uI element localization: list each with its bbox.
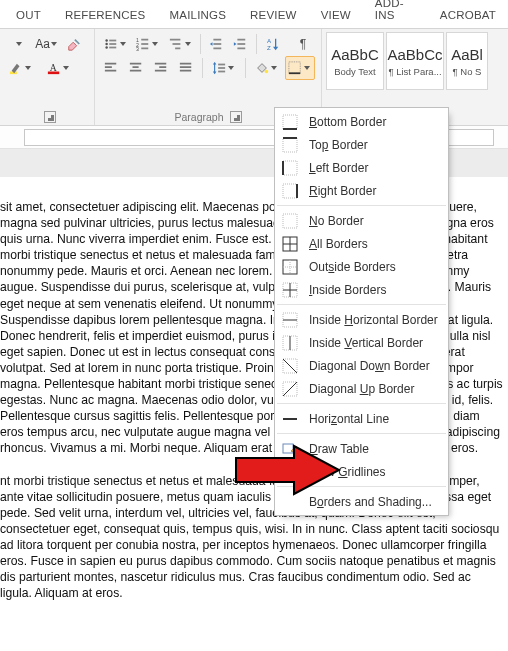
style-no-spacing[interactable]: AaBl ¶ No S [446, 32, 488, 90]
show-hide-button[interactable]: ¶ [295, 32, 315, 56]
sort-icon: AZ [266, 37, 280, 51]
outdent-icon [209, 37, 223, 51]
increase-indent-button[interactable] [230, 32, 250, 56]
gridlines-icon [281, 463, 299, 481]
font-group: Aa A [0, 29, 95, 125]
tab-addins[interactable]: ADD-INS [363, 0, 428, 28]
svg-marker-31 [273, 47, 278, 51]
align-center-button[interactable] [126, 56, 147, 80]
svg-marker-27 [234, 42, 237, 46]
menu-view-gridlines[interactable]: View Gridlines [275, 460, 448, 483]
numbering-button[interactable]: 123 [133, 32, 161, 56]
all-borders-icon [281, 235, 299, 253]
svg-line-77 [283, 359, 297, 373]
svg-line-1 [75, 40, 79, 44]
sort-button[interactable]: AZ [263, 32, 291, 56]
shading-button[interactable] [252, 56, 282, 80]
svg-rect-18 [172, 43, 180, 45]
align-left-button[interactable] [101, 56, 122, 80]
left-border-icon [281, 159, 299, 177]
svg-marker-47 [213, 72, 217, 75]
align-right-button[interactable] [151, 56, 172, 80]
font-color-icon: A [47, 61, 61, 75]
borders-icon [288, 61, 302, 75]
clear-formatting-button[interactable] [62, 32, 86, 56]
borders-button[interactable] [285, 56, 315, 80]
horizontal-line-icon [281, 410, 299, 428]
svg-rect-60 [283, 184, 297, 198]
font-dialog-launcher[interactable] [44, 111, 56, 123]
paint-bucket-icon [255, 61, 269, 75]
svg-rect-41 [155, 70, 166, 72]
bullets-button[interactable] [101, 32, 129, 56]
outside-borders-icon [281, 258, 299, 276]
svg-rect-33 [105, 63, 116, 65]
svg-text:A: A [50, 62, 57, 73]
multilevel-list-button[interactable] [166, 32, 194, 56]
tab-view[interactable]: VIEW [309, 3, 363, 28]
align-center-icon [129, 61, 143, 75]
svg-rect-42 [180, 63, 191, 65]
tab-layout[interactable]: OUT [4, 3, 53, 28]
tab-review[interactable]: REVIEW [238, 3, 309, 28]
menu-no-border[interactable]: No Border [275, 209, 448, 232]
svg-point-51 [264, 70, 268, 74]
menu-inside-borders[interactable]: Inside Borders [275, 278, 448, 301]
svg-rect-49 [218, 67, 225, 69]
menu-horizontal-line[interactable]: Horizontal Line [275, 407, 448, 430]
menu-all-borders[interactable]: All Borders [275, 232, 448, 255]
menu-inside-horizontal-border[interactable]: Inside Horizontal Border [275, 308, 448, 331]
font-btn-generic1[interactable] [6, 32, 30, 56]
top-border-icon [281, 136, 299, 154]
svg-rect-24 [238, 39, 246, 41]
svg-point-7 [105, 43, 107, 45]
menu-right-border[interactable]: Right Border [275, 179, 448, 202]
inside-borders-icon [281, 281, 299, 299]
svg-line-79 [283, 382, 297, 396]
svg-rect-38 [130, 70, 141, 72]
menu-draw-table[interactable]: Draw Table [275, 437, 448, 460]
inside-v-border-icon [281, 334, 299, 352]
svg-rect-48 [218, 64, 225, 66]
svg-rect-58 [283, 161, 297, 175]
eraser-icon [67, 37, 81, 51]
svg-rect-14 [142, 43, 149, 45]
justify-button[interactable] [175, 56, 196, 80]
no-border-icon [281, 212, 299, 230]
style-list-paragraph[interactable]: AaBbCc ¶ List Para... [386, 32, 444, 90]
line-spacing-button[interactable] [209, 56, 239, 80]
menu-bottom-border[interactable]: Bottom Border [275, 110, 448, 133]
menu-outside-borders[interactable]: Outside Borders [275, 255, 448, 278]
text-highlight-button[interactable] [6, 56, 40, 80]
menu-top-border[interactable]: Top Border [275, 133, 448, 156]
menu-inside-vertical-border[interactable]: Inside Vertical Border [275, 331, 448, 354]
style-body-text[interactable]: AaBbC Body Text [326, 32, 384, 90]
tab-acrobat[interactable]: ACROBAT [428, 3, 508, 28]
tab-references[interactable]: REFERENCES [53, 3, 158, 28]
font-group-label [6, 111, 88, 124]
paragraph-dialog-launcher[interactable] [230, 111, 242, 123]
change-case-button[interactable]: Aa [34, 32, 58, 56]
diag-down-icon [281, 357, 299, 375]
align-left-icon [104, 61, 118, 75]
ribbon-tabs: OUT REFERENCES MAILINGS REVIEW VIEW ADD-… [0, 0, 508, 29]
svg-rect-39 [155, 63, 166, 65]
svg-rect-44 [180, 70, 191, 72]
svg-rect-22 [214, 48, 222, 50]
svg-rect-82 [283, 466, 297, 478]
svg-rect-40 [159, 66, 166, 68]
tab-mailings[interactable]: MAILINGS [157, 3, 238, 28]
svg-rect-17 [169, 39, 180, 41]
svg-rect-6 [109, 40, 116, 42]
menu-diagonal-down-border[interactable]: Diagonal Down Border [275, 354, 448, 377]
svg-rect-54 [283, 115, 297, 129]
borders-menu: Bottom Border Top Border Left Border Rig… [274, 107, 449, 516]
svg-rect-56 [283, 138, 297, 152]
numbering-icon: 123 [136, 37, 150, 51]
menu-borders-and-shading[interactable]: Borders and Shading... [275, 490, 448, 513]
menu-left-border[interactable]: Left Border [275, 156, 448, 179]
menu-diagonal-up-border[interactable]: Diagonal Up Border [275, 377, 448, 400]
decrease-indent-button[interactable] [207, 32, 227, 56]
svg-rect-19 [175, 48, 180, 50]
font-color-button[interactable]: A [44, 56, 78, 80]
